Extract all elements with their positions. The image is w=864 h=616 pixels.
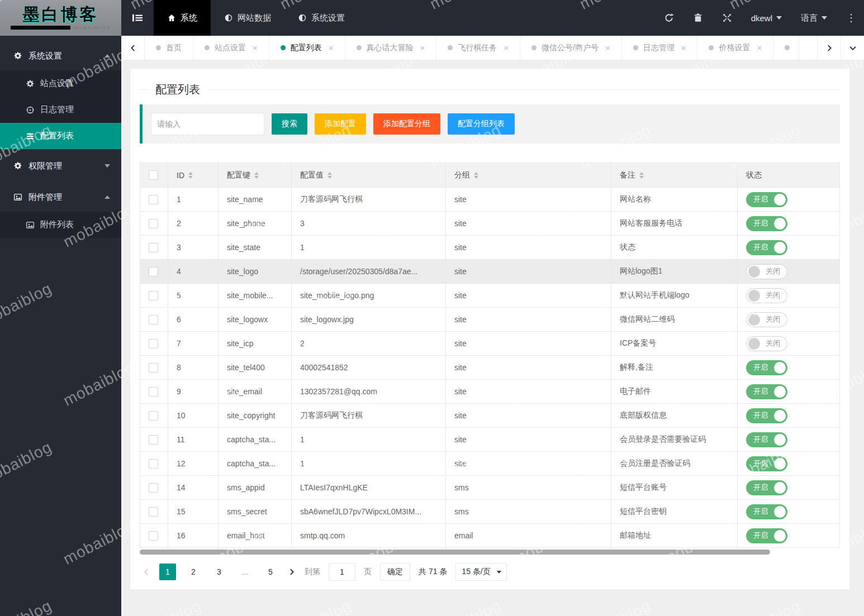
status-toggle[interactable]: 关闭 (746, 264, 787, 279)
sidebar-item[interactable]: 站点设置 (0, 70, 121, 97)
page-jump-input[interactable] (329, 563, 355, 581)
status-toggle[interactable]: 开启 (746, 384, 787, 399)
column-header[interactable]: 分组 (446, 163, 611, 188)
page-number-button[interactable]: 1 (159, 564, 176, 580)
cell-key: captcha_sta... (219, 452, 292, 476)
gears-icon (26, 79, 35, 88)
status-toggle[interactable]: 开启 (746, 480, 787, 495)
close-icon[interactable]: × (420, 43, 425, 52)
config-group-list-button[interactable]: 配置分组列表 (448, 113, 515, 135)
jump-suffix-label: 页 (364, 567, 372, 577)
status-toggle[interactable]: 开启 (746, 456, 787, 471)
status-toggle[interactable]: 关闭 (746, 312, 787, 327)
status-toggle[interactable]: 开启 (746, 240, 787, 255)
sidebar-group[interactable]: 附件管理 (0, 183, 121, 212)
cell-value: LTAIesI7qxnHLgKE (292, 476, 446, 500)
row-checkbox[interactable] (149, 411, 158, 421)
tab[interactable]: 配置列表 × (269, 36, 345, 60)
select-all-checkbox[interactable] (149, 170, 158, 180)
fullscreen-icon[interactable] (722, 13, 732, 23)
sort-icon[interactable] (254, 172, 259, 179)
status-toggle[interactable]: 关闭 (746, 336, 787, 351)
collapse-sidebar-button[interactable] (121, 0, 154, 36)
refresh-icon[interactable] (664, 13, 674, 23)
horizontal-scrollbar[interactable] (140, 550, 770, 555)
column-header[interactable]: 配置值 (292, 163, 446, 188)
table-row: 1 site_name 刀客源码网飞行棋 site 网站名称 开启 (140, 188, 840, 212)
row-checkbox[interactable] (149, 435, 158, 445)
tab-dot-icon (448, 45, 453, 50)
more-menu-icon[interactable]: ⋮ (846, 12, 856, 24)
search-input[interactable] (151, 113, 264, 135)
row-checkbox[interactable] (149, 531, 158, 541)
page-number-button[interactable]: 3 (211, 564, 227, 580)
tab[interactable]: 日志管理 × (622, 36, 698, 60)
sidebar-group[interactable]: 系统设置 (0, 41, 121, 70)
status-toggle[interactable]: 开启 (746, 360, 787, 375)
row-checkbox[interactable] (149, 507, 158, 517)
row-checkbox[interactable] (149, 363, 158, 373)
close-icon[interactable]: × (504, 43, 509, 52)
tabs-menu-button[interactable] (841, 36, 864, 60)
topbar-menu-item[interactable]: 系统 (154, 0, 211, 36)
tabs-scroll-right-button[interactable] (817, 36, 841, 60)
tab[interactable]: 首页 (145, 36, 193, 60)
row-checkbox[interactable] (149, 243, 158, 252)
close-icon[interactable]: × (329, 43, 334, 52)
confirm-button[interactable]: 确定 (380, 563, 410, 581)
add-config-group-button[interactable]: 添加配置分组 (373, 113, 440, 135)
user-menu[interactable]: dkewl (751, 13, 782, 23)
add-config-button[interactable]: 添加配置 (315, 113, 366, 135)
sort-icon[interactable] (639, 172, 644, 179)
sidebar-group[interactable]: 权限管理 (0, 151, 121, 180)
sort-icon[interactable] (474, 172, 478, 179)
row-checkbox[interactable] (149, 315, 158, 324)
status-toggle[interactable]: 开启 (746, 192, 787, 207)
row-checkbox[interactable] (149, 195, 158, 204)
sidebar-item[interactable]: 日志管理 (0, 97, 121, 123)
row-checkbox[interactable] (149, 387, 158, 397)
column-header[interactable]: 配置键 (219, 163, 292, 188)
sort-icon[interactable] (327, 172, 332, 179)
per-page-select[interactable]: 15 条/页 (455, 563, 506, 581)
page-number-button[interactable]: 2 (185, 564, 202, 580)
row-checkbox[interactable] (149, 483, 158, 493)
language-menu[interactable]: 语言 (801, 13, 827, 23)
tab[interactable]: 微信公号/商户号 × (520, 36, 622, 60)
sidebar-item[interactable]: 配置列表 (0, 123, 121, 149)
topbar-menu-item[interactable]: 网站数据 (211, 0, 284, 36)
status-toggle[interactable]: 关闭 (746, 288, 787, 303)
tab[interactable]: 价格设置 × (697, 36, 773, 60)
sidebar-item[interactable]: 附件列表 (0, 212, 121, 238)
tabs-scroll-left-button[interactable] (121, 36, 145, 60)
close-icon[interactable]: × (253, 43, 258, 52)
row-checkbox[interactable] (149, 267, 158, 276)
status-toggle[interactable]: 开启 (746, 528, 787, 543)
tab[interactable] (773, 36, 799, 60)
row-checkbox[interactable] (149, 339, 158, 348)
prev-page-button[interactable] (142, 567, 151, 576)
status-toggle[interactable]: 开启 (746, 216, 787, 231)
row-checkbox[interactable] (149, 291, 158, 300)
next-page-button[interactable] (287, 567, 296, 576)
column-header[interactable]: 状态 (738, 163, 840, 188)
close-icon[interactable]: × (681, 43, 686, 52)
row-checkbox[interactable] (149, 459, 158, 469)
table-row: 3 site_state 1 site 状态 开启 (140, 236, 840, 260)
close-icon[interactable]: × (605, 43, 610, 52)
topbar-menu-item[interactable]: 系统设置 (284, 0, 358, 36)
status-toggle[interactable]: 开启 (746, 504, 787, 519)
column-header[interactable]: 备注 (611, 163, 738, 188)
page-number-button[interactable]: 5 (262, 564, 279, 580)
status-toggle[interactable]: 开启 (746, 408, 787, 423)
sort-icon[interactable] (188, 172, 193, 179)
trash-icon[interactable] (693, 13, 703, 23)
close-icon[interactable]: × (757, 43, 762, 52)
status-toggle[interactable]: 开启 (746, 432, 787, 447)
tab[interactable]: 站点设置 × (193, 36, 269, 60)
search-button[interactable]: 搜索 (272, 113, 307, 135)
column-header[interactable]: ID (168, 163, 219, 188)
tab[interactable]: 飞行棋任务 × (436, 36, 520, 60)
row-checkbox[interactable] (149, 219, 158, 228)
tab[interactable]: 真心话大冒险 × (345, 36, 437, 60)
